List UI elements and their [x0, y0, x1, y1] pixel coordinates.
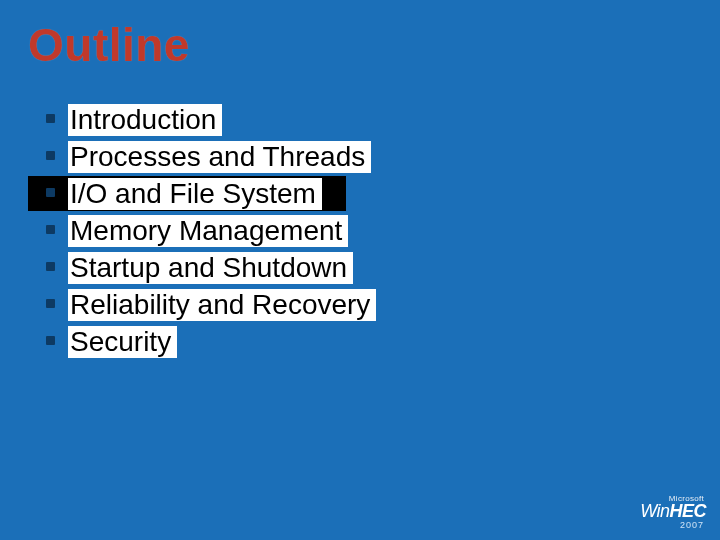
logo-main-b: HEC	[669, 501, 706, 521]
bullet-label: Reliability and Recovery	[68, 289, 376, 321]
slide-title: Outline	[28, 18, 692, 72]
bullet-marker-icon	[46, 151, 55, 160]
bullet-marker-icon	[46, 225, 55, 234]
bullet-marker-icon	[46, 262, 55, 271]
slide: Outline Introduction Processes and Threa…	[0, 0, 720, 540]
logo-year: 2007	[640, 520, 706, 530]
bullet-item: Reliability and Recovery	[48, 287, 692, 322]
logo-main-a: Win	[640, 501, 669, 521]
bullet-item: Processes and Threads	[48, 139, 692, 174]
bullet-marker-icon	[46, 114, 55, 123]
bullet-marker-icon	[46, 299, 55, 308]
bullet-item: Introduction	[48, 102, 692, 137]
bullet-label: Security	[68, 326, 177, 358]
logo: Microsoft WinHEC 2007	[640, 494, 706, 530]
bullet-label: I/O and File System	[68, 178, 322, 210]
bullet-label: Startup and Shutdown	[68, 252, 353, 284]
bullet-list: Introduction Processes and Threads I/O a…	[28, 102, 692, 359]
bullet-label: Processes and Threads	[68, 141, 371, 173]
bullet-item-highlighted: I/O and File System	[28, 176, 346, 211]
bullet-marker-icon	[46, 336, 55, 345]
bullet-label: Memory Management	[68, 215, 348, 247]
bullet-item: Security	[48, 324, 692, 359]
logo-main: WinHEC	[640, 501, 706, 521]
bullet-item: Startup and Shutdown	[48, 250, 692, 285]
bullet-label: Introduction	[68, 104, 222, 136]
bullet-marker-icon	[46, 188, 55, 197]
bullet-item: Memory Management	[48, 213, 692, 248]
